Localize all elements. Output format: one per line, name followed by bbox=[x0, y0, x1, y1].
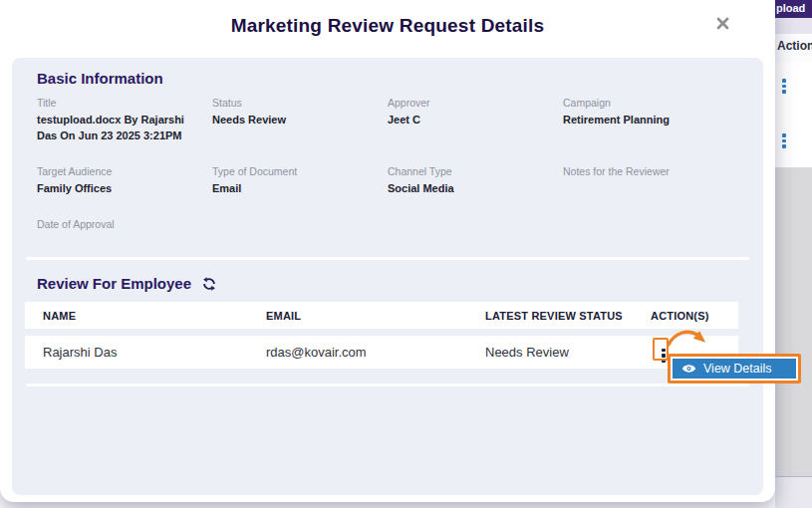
field-label: Type of Document bbox=[212, 165, 388, 177]
field-date-of-approval: Date of Approval bbox=[37, 218, 212, 234]
col-header-actions: ACTION(S) bbox=[633, 310, 738, 322]
field-type-of-document: Type of Document Email bbox=[212, 165, 388, 197]
refresh-icon[interactable] bbox=[201, 276, 217, 292]
field-label: Target Audience bbox=[37, 165, 212, 177]
modal-body-panel: Basic Information Title testupload.docx … bbox=[12, 58, 763, 495]
field-label: Title bbox=[37, 97, 212, 109]
field-value: Email bbox=[212, 181, 388, 197]
kebab-menu-icon[interactable] bbox=[778, 131, 790, 150]
arrow-annotation bbox=[664, 328, 719, 356]
field-value: testupload.docx By Rajarshi Das On Jun 2… bbox=[37, 113, 212, 144]
table-header-row: NAME EMAIL LATEST REVIEW STATUS ACTION(S… bbox=[25, 302, 738, 329]
field-campaign: Campaign Retirement Planning bbox=[563, 97, 755, 144]
basic-info-heading: Basic Information bbox=[37, 70, 163, 87]
view-details-label: View Details bbox=[703, 362, 772, 376]
background-table-toolbar bbox=[775, 18, 812, 34]
modal-title: Marketing Review Request Details bbox=[0, 15, 775, 37]
field-value: Needs Review bbox=[212, 113, 388, 128]
view-details-menu-item[interactable]: View Details bbox=[668, 354, 801, 383]
cell-status: Needs Review bbox=[467, 345, 633, 360]
field-target-audience: Target Audience Family Offices bbox=[37, 165, 212, 197]
field-status: Status Needs Review bbox=[212, 97, 388, 144]
upload-button-label: pload bbox=[776, 2, 805, 14]
col-header-name: NAME bbox=[25, 310, 248, 322]
action-column-header: Action bbox=[777, 39, 812, 53]
cell-email: rdas@kovair.com bbox=[248, 345, 467, 360]
field-label: Notes for the Reviewer bbox=[563, 165, 755, 177]
col-header-status: LATEST REVIEW STATUS bbox=[467, 310, 633, 322]
employee-review-table: NAME EMAIL LATEST REVIEW STATUS ACTION(S… bbox=[25, 302, 738, 369]
field-value: Family Offices bbox=[37, 181, 212, 197]
field-label: Campaign bbox=[563, 97, 755, 109]
field-value: Social Media bbox=[388, 181, 563, 197]
close-icon[interactable] bbox=[711, 12, 734, 35]
review-request-details-modal: Marketing Review Request Details Basic I… bbox=[0, 0, 775, 502]
eye-icon bbox=[681, 364, 696, 374]
cell-name: Rajarshi Das bbox=[25, 345, 248, 360]
table-row-gap bbox=[25, 329, 738, 336]
field-label: Approver bbox=[388, 97, 563, 109]
field-label: Channel Type bbox=[388, 165, 563, 177]
section-divider bbox=[26, 383, 749, 386]
background-action-column: Action bbox=[775, 34, 812, 62]
kebab-menu-icon[interactable] bbox=[778, 77, 790, 96]
field-label: Status bbox=[212, 97, 388, 109]
field-notes-for-reviewer: Notes for the Reviewer bbox=[563, 165, 755, 197]
field-title: Title testupload.docx By Rajarshi Das On… bbox=[37, 97, 212, 144]
background-empty-area bbox=[775, 167, 812, 476]
field-approver: Approver Jeet C bbox=[388, 97, 563, 144]
screen: pload Action Marketing Review Request De… bbox=[0, 0, 812, 508]
field-channel-type: Channel Type Social Media bbox=[388, 165, 563, 197]
field-value: Retirement Planning bbox=[563, 113, 755, 128]
upload-button[interactable]: pload bbox=[775, 0, 812, 18]
field-label: Date of Approval bbox=[37, 218, 212, 230]
table-row: Rajarshi Das rdas@kovair.com Needs Revie… bbox=[25, 336, 738, 369]
review-for-employee-heading: Review For Employee bbox=[37, 275, 191, 292]
col-header-email: EMAIL bbox=[248, 310, 467, 322]
field-value: Jeet C bbox=[388, 113, 563, 128]
background-footer-area bbox=[775, 477, 812, 508]
basic-info-grid: Title testupload.docx By Rajarshi Das On… bbox=[37, 97, 755, 234]
section-divider bbox=[26, 257, 749, 260]
